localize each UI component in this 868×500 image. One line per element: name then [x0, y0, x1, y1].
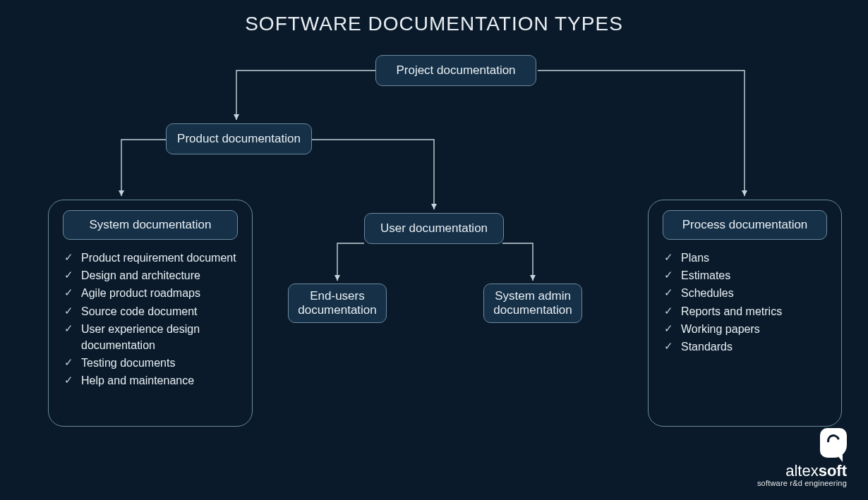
- list-item: Agile product roadmaps: [63, 285, 238, 301]
- list-item: Plans: [663, 250, 827, 266]
- logo-tagline: software r&d engineering: [757, 479, 847, 487]
- logo-text-a: altex: [785, 462, 818, 480]
- list-item: Working papers: [663, 321, 827, 337]
- list-item: Estimates: [663, 267, 827, 283]
- list-item: Testing documents: [63, 355, 238, 371]
- panel-title-process: Process documentation: [663, 210, 827, 240]
- list-item: User experience design documentation: [63, 321, 238, 353]
- logo-text: altexsoft: [757, 463, 847, 479]
- list-process-items: Plans Estimates Schedules Reports and me…: [663, 250, 827, 355]
- logo-icon: [820, 428, 847, 458]
- list-item: Help and maintenance: [63, 372, 238, 389]
- list-system-items: Product requirement document Design and …: [63, 250, 238, 389]
- list-item: Product requirement document: [63, 250, 238, 266]
- list-item: Schedules: [663, 285, 827, 301]
- node-project-documentation: Project documentation: [375, 55, 536, 86]
- node-user-documentation: User documentation: [364, 213, 504, 244]
- node-system-admin-documentation: System admin documentation: [483, 283, 582, 323]
- list-item: Reports and metrics: [663, 303, 827, 319]
- list-item: Source code document: [63, 303, 238, 319]
- node-label: User documentation: [380, 221, 488, 236]
- node-end-users-documentation: End-users documentation: [288, 283, 387, 323]
- panel-process-documentation: Process documentation Plans Estimates Sc…: [648, 200, 842, 427]
- node-label: Product documentation: [177, 132, 301, 146]
- list-item: Design and architecture: [63, 267, 238, 283]
- list-item: Standards: [663, 339, 827, 355]
- node-label: System admin documentation: [493, 289, 572, 317]
- node-label: End-users documentation: [298, 289, 377, 317]
- panel-title-system: System documentation: [63, 210, 238, 240]
- diagram-title: SOFTWARE DOCUMENTATION TYPES: [0, 0, 868, 35]
- brand-logo: altexsoft software r&d engineering: [757, 428, 847, 487]
- node-label: Project documentation: [396, 63, 515, 78]
- node-product-documentation: Product documentation: [166, 123, 312, 154]
- logo-text-b: soft: [819, 462, 847, 480]
- panel-system-documentation: System documentation Product requirement…: [48, 200, 253, 427]
